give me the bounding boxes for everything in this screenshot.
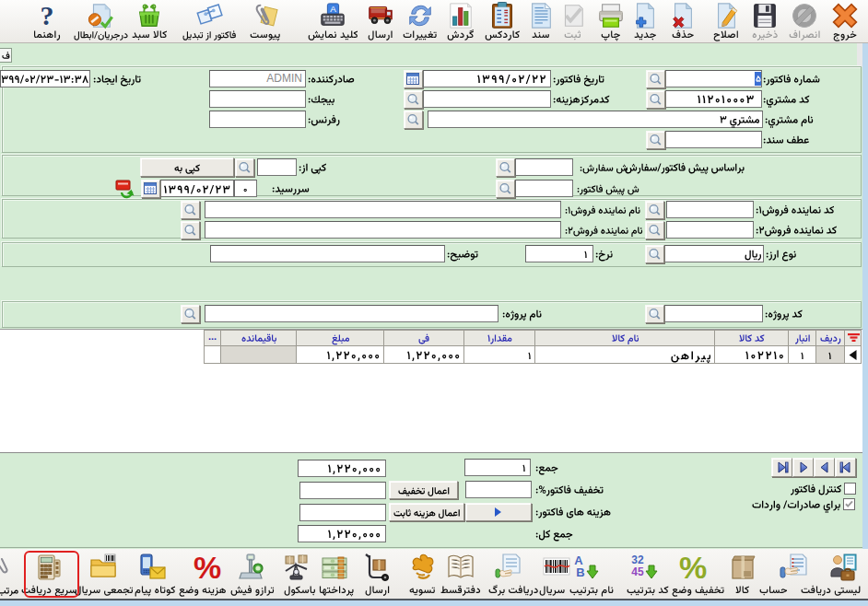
svg-text:B: B — [576, 565, 584, 579]
svg-text:%: % — [679, 553, 707, 582]
svg-text:45: 45 — [631, 565, 644, 578]
svg-text:A: A — [330, 4, 336, 14]
svg-text:32: 32 — [631, 554, 644, 566]
svg-text:%: % — [194, 553, 221, 582]
